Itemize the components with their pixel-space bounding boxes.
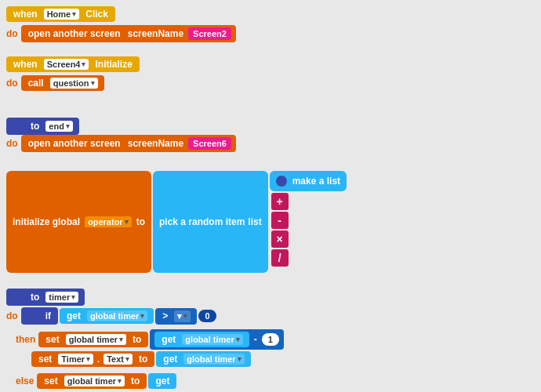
if-cog (26, 310, 38, 322)
zero-value[interactable]: 0 (198, 310, 216, 322)
list-label: list (248, 216, 261, 227)
initialize-global-label: initialize global (13, 216, 80, 227)
screenname-label: screenName (128, 28, 183, 39)
else-get-block[interactable]: get (148, 373, 176, 389)
do-label-4: do (6, 310, 18, 321)
open-another-screen-block[interactable]: open another screen screenName Screen2 (21, 25, 236, 42)
screen2-value[interactable]: Screen2 (188, 27, 231, 40)
get-label-4: get (155, 376, 169, 387)
if-block[interactable]: if (21, 307, 58, 325)
open-screen6-block[interactable]: open another screen screenName Screen6 (21, 135, 236, 152)
open-screen6-label: open another screen (28, 138, 121, 149)
get-global-timer-block2[interactable]: get global timer (156, 351, 250, 367)
screenname6-label: screenName (128, 138, 183, 149)
to-label-10: to (133, 334, 141, 345)
initialize-global-row: initialize global operator to pick a ran… (6, 171, 347, 273)
global-timer-dropdown2[interactable]: global timer (66, 334, 126, 345)
get-timer-minus-block[interactable]: get global timer - 1 (150, 329, 283, 350)
global-timer-dropdown4[interactable]: global timer (183, 354, 244, 365)
do-label-1: do (6, 28, 18, 39)
set-global-timer-block[interactable]: set global timer to (38, 332, 148, 347)
do-label-3: do (6, 138, 18, 149)
to-label-12: to (131, 376, 140, 387)
question-dropdown[interactable]: question (50, 78, 98, 89)
text-dropdown[interactable]: Text (103, 354, 133, 365)
set-timer-text-row: set Timer . Text to get global timer (31, 351, 251, 367)
timer-text-dropdown[interactable]: Timer (58, 354, 93, 365)
set-timer-text-block[interactable]: set Timer . Text to (31, 351, 154, 367)
do-call-row: do call question (6, 75, 104, 91)
click-label: Click (85, 9, 108, 20)
else-label: else (16, 376, 34, 387)
when-screen4-block[interactable]: when Screen4 Initialize (6, 56, 140, 72)
to-timer-row: to timer (6, 289, 85, 306)
make-list-label: make a list (292, 176, 340, 187)
if-label: if (45, 310, 51, 321)
screen6-value[interactable]: Screen6 (188, 137, 231, 150)
end-dropdown[interactable]: end (45, 121, 73, 132)
operator-dropdown[interactable]: operator (85, 216, 132, 227)
gt-block[interactable]: > ▾ (155, 308, 197, 325)
do-if-row: do if get global timer > ▾ 0 (6, 307, 216, 325)
when-label-2: when (13, 59, 38, 70)
dot-label: . (97, 354, 100, 364)
inner-get-timer[interactable]: get global timer (154, 332, 249, 347)
else-set-block[interactable]: set global timer to (37, 373, 147, 389)
then-set-row: then set global timer to get global time… (16, 329, 284, 350)
get-global-timer-block[interactable]: get global timer (60, 308, 154, 324)
when-label: when (13, 9, 38, 20)
div-button[interactable]: / (271, 249, 289, 267)
else-row: else set global timer to get (16, 373, 176, 389)
get-label-2: get (162, 334, 176, 345)
to-timer-block[interactable]: to timer (6, 289, 85, 306)
gt-label: > (162, 310, 168, 321)
cog-icon (11, 120, 24, 132)
operator-buttons: + - × / (271, 193, 289, 267)
initialize-container: initialize global operator to (6, 171, 151, 273)
make-list-cog (276, 176, 287, 187)
event-block-row1: when Home Click (6, 6, 115, 22)
pick-label: pick a random item (159, 216, 245, 227)
initialize-label: Initialize (95, 59, 132, 70)
global-timer-dropdown3[interactable]: global timer (182, 334, 242, 345)
make-list-area: make a list + - × / (270, 171, 347, 267)
call-question-block[interactable]: call question (21, 75, 104, 91)
then-label: then (16, 334, 35, 345)
event-screen4-row: when Screen4 Initialize (6, 56, 140, 72)
set-label-2: set (38, 354, 52, 365)
one-value[interactable]: 1 (262, 333, 279, 346)
home-dropdown[interactable]: Home (44, 9, 80, 20)
do-open-screen2-row: do open another screen screenName Screen… (6, 25, 236, 42)
minus-label: - (254, 334, 257, 345)
to-end-block[interactable]: to end (6, 118, 79, 135)
global-timer-else-dropdown[interactable]: global timer (64, 376, 125, 387)
to-label-8: to (31, 292, 39, 303)
to-end-row: to end (6, 118, 79, 135)
screen4-dropdown[interactable]: Screen4 (44, 59, 89, 70)
to-label: to (31, 121, 39, 132)
do-open-screen6-row: do open another screen screenName Screen… (6, 135, 236, 152)
set-label-3: set (44, 376, 57, 387)
minus-button[interactable]: - (271, 212, 289, 229)
when-home-click-block[interactable]: when Home Click (6, 6, 115, 22)
to-label-7: to (136, 216, 145, 227)
mult-button[interactable]: × (271, 230, 289, 248)
global-timer-dropdown[interactable]: global timer (87, 310, 147, 321)
to-label-11: to (139, 354, 147, 365)
timer-cog-icon (11, 291, 24, 303)
plus-button[interactable]: + (271, 193, 289, 210)
do-label-2: do (6, 78, 18, 89)
gt-dropdown[interactable]: ▾ (174, 310, 191, 322)
get-label-3: get (163, 354, 177, 365)
make-list-block[interactable]: make a list (270, 171, 347, 191)
pick-random-container: pick a random item list (153, 171, 268, 273)
get-label: get (67, 310, 81, 321)
timer-dropdown[interactable]: timer (45, 292, 78, 303)
open-screen-label: open another screen (28, 28, 121, 39)
set-label: set (45, 334, 59, 345)
call-label: call (28, 78, 44, 89)
